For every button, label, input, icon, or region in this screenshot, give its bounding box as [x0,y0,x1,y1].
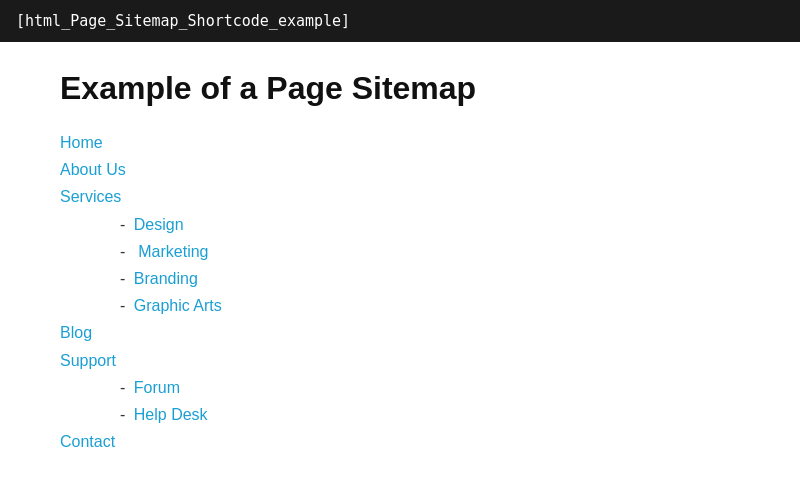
services-sub-list: - Design - Marketing - Branding - Graphi… [120,211,740,320]
list-item: - Help Desk [120,401,740,428]
contact-link[interactable]: Contact [60,433,115,450]
list-item: - Marketing [120,238,740,265]
dash: - [120,243,125,260]
support-sub-list: - Forum - Help Desk [120,374,740,428]
help-desk-link[interactable]: Help Desk [134,406,208,423]
list-item: Home [60,129,740,156]
top-bar: [html_Page_Sitemap_Shortcode_example] [0,0,800,42]
list-item: Support - Forum - Help Desk [60,347,740,429]
main-content: Example of a Page Sitemap Home About Us … [0,42,800,475]
about-us-link[interactable]: About Us [60,161,126,178]
design-link[interactable]: Design [134,216,184,233]
forum-link[interactable]: Forum [134,379,180,396]
support-link[interactable]: Support [60,352,116,369]
page-title: Example of a Page Sitemap [60,70,740,107]
dash: - [120,379,125,396]
sitemap-list: Home About Us Services - Design - Market… [60,129,740,455]
dash: - [120,406,125,423]
home-link[interactable]: Home [60,134,103,151]
blog-link[interactable]: Blog [60,324,92,341]
graphic-arts-link[interactable]: Graphic Arts [134,297,222,314]
services-link[interactable]: Services [60,188,121,205]
dash: - [120,297,125,314]
list-item: Blog [60,319,740,346]
list-item: Contact [60,428,740,455]
list-item: - Branding [120,265,740,292]
marketing-link[interactable]: Marketing [134,243,209,260]
list-item: - Forum [120,374,740,401]
top-bar-text: [html_Page_Sitemap_Shortcode_example] [16,12,350,30]
branding-link[interactable]: Branding [134,270,198,287]
list-item: - Graphic Arts [120,292,740,319]
dash: - [120,270,125,287]
dash: - [120,216,125,233]
list-item: - Design [120,211,740,238]
list-item: Services - Design - Marketing - Branding… [60,183,740,319]
list-item: About Us [60,156,740,183]
